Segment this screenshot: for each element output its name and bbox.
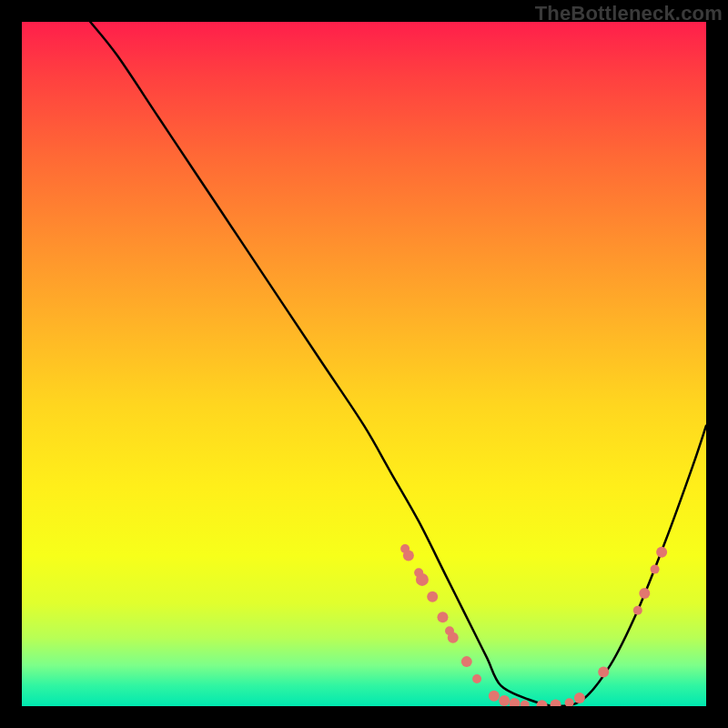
chart-marker	[509, 698, 520, 706]
chart-marker	[551, 700, 561, 707]
chart-marker	[639, 588, 650, 599]
chart-marker	[416, 573, 429, 586]
chart-marker	[574, 693, 585, 703]
chart-marker	[437, 612, 448, 622]
chart-marker	[598, 666, 609, 677]
chart-marker	[448, 632, 459, 643]
chart-marker	[656, 547, 667, 558]
chart-curve	[90, 22, 706, 706]
chart-markers	[400, 544, 667, 706]
chart-marker	[633, 606, 642, 615]
chart-marker	[489, 691, 500, 702]
chart-marker	[537, 700, 548, 706]
chart-frame	[22, 22, 706, 706]
chart-marker	[403, 551, 414, 561]
chart-marker	[521, 701, 530, 707]
chart-marker	[651, 565, 660, 574]
chart-marker	[472, 674, 481, 683]
chart-marker	[461, 656, 472, 667]
chart-svg	[22, 22, 706, 706]
chart-marker	[427, 592, 438, 602]
chart-marker	[565, 698, 574, 706]
chart-marker	[499, 695, 510, 706]
